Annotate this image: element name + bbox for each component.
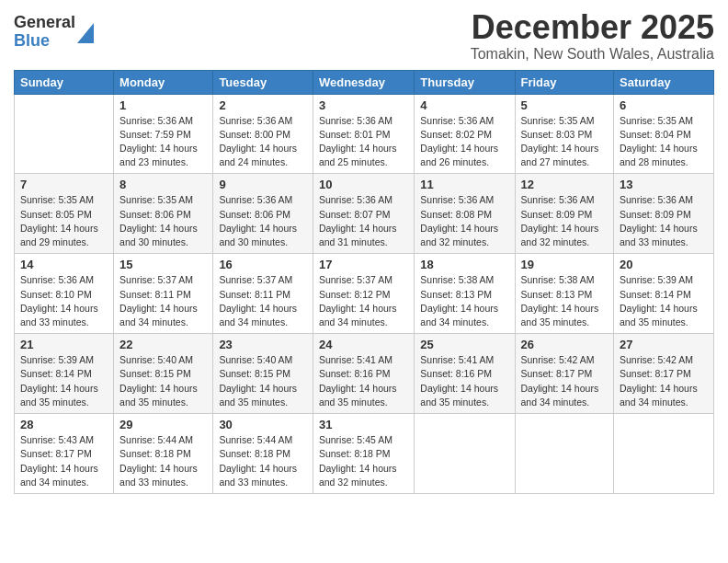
day-number: 27 [620,338,708,351]
day-number: 30 [219,418,307,431]
calendar-cell: 30Sunrise: 5:44 AM Sunset: 8:18 PM Dayli… [213,414,313,494]
day-info: Sunrise: 5:44 AM Sunset: 8:18 PM Dayligh… [119,433,207,489]
logo: General Blue [14,14,94,51]
day-info: Sunrise: 5:43 AM Sunset: 8:17 PM Dayligh… [20,433,108,489]
day-number: 13 [620,178,708,191]
day-number: 7 [20,178,108,191]
day-info: Sunrise: 5:39 AM Sunset: 8:14 PM Dayligh… [620,273,708,329]
col-friday: Friday [515,70,614,94]
day-info: Sunrise: 5:35 AM Sunset: 8:06 PM Dayligh… [119,193,207,249]
day-number: 26 [521,338,609,351]
day-number: 19 [521,258,609,271]
col-monday: Monday [114,70,213,94]
calendar-cell: 15Sunrise: 5:37 AM Sunset: 8:11 PM Dayli… [114,254,213,334]
calendar-week-row: 28Sunrise: 5:43 AM Sunset: 8:17 PM Dayli… [15,414,714,494]
calendar-cell: 26Sunrise: 5:42 AM Sunset: 8:17 PM Dayli… [515,334,614,414]
calendar-cell: 19Sunrise: 5:38 AM Sunset: 8:13 PM Dayli… [515,254,614,334]
day-number: 23 [219,338,307,351]
calendar-cell: 13Sunrise: 5:36 AM Sunset: 8:09 PM Dayli… [614,174,714,254]
day-number: 12 [521,178,609,191]
calendar-cell: 17Sunrise: 5:37 AM Sunset: 8:12 PM Dayli… [313,254,414,334]
day-info: Sunrise: 5:36 AM Sunset: 8:09 PM Dayligh… [521,193,609,249]
day-info: Sunrise: 5:35 AM Sunset: 8:03 PM Dayligh… [521,114,609,170]
day-number: 21 [20,338,108,351]
day-info: Sunrise: 5:41 AM Sunset: 8:16 PM Dayligh… [319,353,408,409]
day-info: Sunrise: 5:45 AM Sunset: 8:18 PM Dayligh… [319,433,408,489]
calendar-cell [15,94,114,174]
day-number: 24 [319,338,408,351]
calendar-cell: 12Sunrise: 5:36 AM Sunset: 8:09 PM Dayli… [515,174,614,254]
calendar-cell: 22Sunrise: 5:40 AM Sunset: 8:15 PM Dayli… [114,334,213,414]
day-number: 9 [219,178,307,191]
calendar-week-row: 7Sunrise: 5:35 AM Sunset: 8:05 PM Daylig… [15,174,714,254]
day-number: 3 [319,98,408,112]
day-number: 15 [119,258,207,271]
day-info: Sunrise: 5:40 AM Sunset: 8:15 PM Dayligh… [119,353,207,409]
svg-marker-0 [77,23,94,43]
page: General Blue December 2025 Tomakin, New … [0,0,728,563]
day-info: Sunrise: 5:44 AM Sunset: 8:18 PM Dayligh… [219,433,307,489]
calendar-cell: 31Sunrise: 5:45 AM Sunset: 8:18 PM Dayli… [313,414,414,494]
header: General Blue December 2025 Tomakin, New … [14,9,714,63]
day-info: Sunrise: 5:36 AM Sunset: 8:01 PM Dayligh… [319,114,408,170]
day-number: 28 [20,418,108,431]
day-number: 20 [620,258,708,271]
day-number: 11 [420,178,508,191]
calendar-week-row: 21Sunrise: 5:39 AM Sunset: 8:14 PM Dayli… [15,334,714,414]
day-info: Sunrise: 5:41 AM Sunset: 8:16 PM Dayligh… [420,353,508,409]
calendar-cell: 14Sunrise: 5:36 AM Sunset: 8:10 PM Dayli… [15,254,114,334]
day-number: 5 [521,98,609,112]
calendar-table: Sunday Monday Tuesday Wednesday Thursday… [14,70,714,494]
day-number: 29 [119,418,207,431]
day-number: 1 [119,98,207,112]
day-info: Sunrise: 5:36 AM Sunset: 8:02 PM Dayligh… [420,114,508,170]
col-thursday: Thursday [415,70,515,94]
day-number: 18 [420,258,508,271]
calendar-header-row: Sunday Monday Tuesday Wednesday Thursday… [15,70,714,94]
calendar-cell: 8Sunrise: 5:35 AM Sunset: 8:06 PM Daylig… [114,174,213,254]
calendar-cell [515,414,614,494]
day-info: Sunrise: 5:35 AM Sunset: 8:05 PM Dayligh… [20,193,108,249]
day-info: Sunrise: 5:42 AM Sunset: 8:17 PM Dayligh… [620,353,708,409]
calendar-week-row: 14Sunrise: 5:36 AM Sunset: 8:10 PM Dayli… [15,254,714,334]
day-info: Sunrise: 5:37 AM Sunset: 8:11 PM Dayligh… [219,273,307,329]
day-info: Sunrise: 5:36 AM Sunset: 8:10 PM Dayligh… [20,273,108,329]
calendar-cell: 11Sunrise: 5:36 AM Sunset: 8:08 PM Dayli… [415,174,515,254]
logo-icon [77,23,94,43]
day-info: Sunrise: 5:36 AM Sunset: 8:08 PM Dayligh… [420,193,508,249]
col-tuesday: Tuesday [213,70,313,94]
day-info: Sunrise: 5:36 AM Sunset: 7:59 PM Dayligh… [119,114,207,170]
col-saturday: Saturday [614,70,714,94]
day-number: 2 [219,98,307,112]
day-number: 31 [319,418,408,431]
location-title: Tomakin, New South Wales, Australia [471,46,714,63]
calendar-cell: 4Sunrise: 5:36 AM Sunset: 8:02 PM Daylig… [415,94,515,174]
day-info: Sunrise: 5:40 AM Sunset: 8:15 PM Dayligh… [219,353,307,409]
calendar-cell: 6Sunrise: 5:35 AM Sunset: 8:04 PM Daylig… [614,94,714,174]
calendar-cell: 3Sunrise: 5:36 AM Sunset: 8:01 PM Daylig… [313,94,414,174]
day-number: 22 [119,338,207,351]
day-info: Sunrise: 5:39 AM Sunset: 8:14 PM Dayligh… [20,353,108,409]
day-number: 14 [20,258,108,271]
calendar-cell: 1Sunrise: 5:36 AM Sunset: 7:59 PM Daylig… [114,94,213,174]
day-info: Sunrise: 5:36 AM Sunset: 8:06 PM Dayligh… [219,193,307,249]
calendar-cell: 5Sunrise: 5:35 AM Sunset: 8:03 PM Daylig… [515,94,614,174]
calendar-cell [614,414,714,494]
calendar-cell: 10Sunrise: 5:36 AM Sunset: 8:07 PM Dayli… [313,174,414,254]
calendar-cell [415,414,515,494]
day-info: Sunrise: 5:38 AM Sunset: 8:13 PM Dayligh… [521,273,609,329]
calendar-cell: 25Sunrise: 5:41 AM Sunset: 8:16 PM Dayli… [415,334,515,414]
day-number: 25 [420,338,508,351]
logo-general-text: General [14,14,75,32]
day-info: Sunrise: 5:42 AM Sunset: 8:17 PM Dayligh… [521,353,609,409]
day-number: 16 [219,258,307,271]
day-info: Sunrise: 5:36 AM Sunset: 8:00 PM Dayligh… [219,114,307,170]
calendar-cell: 18Sunrise: 5:38 AM Sunset: 8:13 PM Dayli… [415,254,515,334]
calendar-cell: 21Sunrise: 5:39 AM Sunset: 8:14 PM Dayli… [15,334,114,414]
calendar-cell: 9Sunrise: 5:36 AM Sunset: 8:06 PM Daylig… [213,174,313,254]
calendar-cell: 20Sunrise: 5:39 AM Sunset: 8:14 PM Dayli… [614,254,714,334]
calendar-cell: 29Sunrise: 5:44 AM Sunset: 8:18 PM Dayli… [114,414,213,494]
day-info: Sunrise: 5:37 AM Sunset: 8:12 PM Dayligh… [319,273,408,329]
calendar-cell: 2Sunrise: 5:36 AM Sunset: 8:00 PM Daylig… [213,94,313,174]
day-number: 17 [319,258,408,271]
